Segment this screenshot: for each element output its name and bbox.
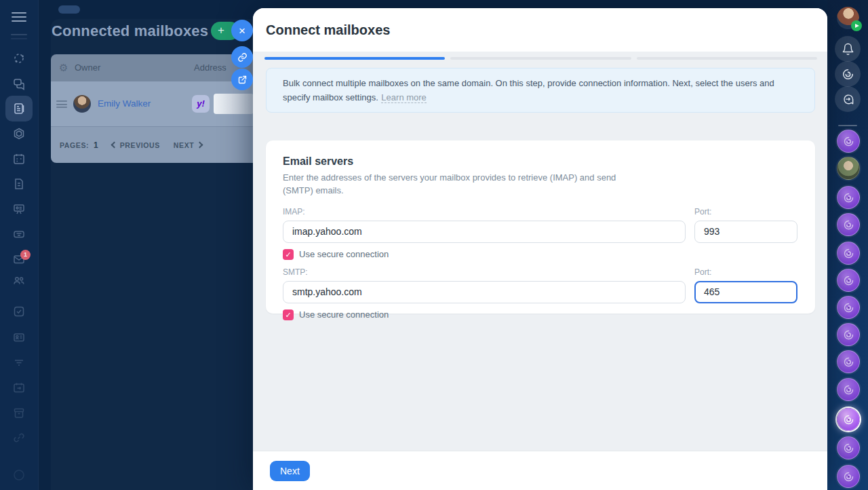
sidebar-item-mailboxes-icon[interactable] xyxy=(12,102,26,115)
workspace-item[interactable] xyxy=(837,186,860,209)
imap-label: IMAP: xyxy=(283,207,686,216)
sidebar-divider xyxy=(11,34,27,35)
smtp-server-input[interactable] xyxy=(283,281,686,303)
smtp-secure-checkbox-row[interactable]: ✓ Use secure connection xyxy=(283,309,686,320)
topbar-pill xyxy=(58,5,80,14)
bell-icon xyxy=(842,43,854,56)
previous-page-button[interactable]: PREVIOUS xyxy=(112,141,160,149)
sidebar-item-orbit-icon[interactable] xyxy=(12,52,26,65)
imap-port-label: Port: xyxy=(694,207,797,216)
table-pagination: PAGES: 1 PREVIOUS NEXT xyxy=(51,126,254,163)
copy-link-button[interactable] xyxy=(231,46,253,68)
step-2-indicator xyxy=(450,57,631,60)
imap-secure-checkbox[interactable]: ✓ xyxy=(283,249,294,260)
workspace-item[interactable] xyxy=(837,296,860,319)
workspace-avatar[interactable] xyxy=(837,157,860,180)
table-row[interactable]: Emily Walker y! xyxy=(51,81,254,126)
column-header-owner: Owner xyxy=(75,62,100,73)
sidebar-item-archive-icon[interactable] xyxy=(12,406,26,419)
link-icon xyxy=(237,52,248,62)
sidebar-item-inbox-drawer-icon[interactable] xyxy=(12,227,26,241)
page-title: Connected mailboxes xyxy=(52,22,208,40)
open-external-button[interactable] xyxy=(231,69,253,90)
workspace-item[interactable] xyxy=(837,323,860,346)
right-sidebar xyxy=(827,0,868,490)
smtp-port-input[interactable] xyxy=(694,281,797,303)
page-number: 1 xyxy=(94,140,98,150)
info-banner: Bulk connect multiple mailboxes on the s… xyxy=(266,68,815,113)
step-1-indicator xyxy=(264,57,445,60)
sidebar-item-scheduler-icon[interactable] xyxy=(12,381,26,394)
table-settings-gear-icon[interactable]: ⚙ xyxy=(59,61,68,75)
owner-name-link[interactable]: Emily Walker xyxy=(98,98,151,109)
menu-hamburger-icon[interactable] xyxy=(12,12,26,23)
yahoo-provider-icon: y! xyxy=(192,95,210,113)
chevron-left-icon xyxy=(111,142,117,149)
sidebar-item-tasks-icon[interactable] xyxy=(12,305,26,318)
smtp-secure-label: Use secure connection xyxy=(299,309,389,320)
connect-mailboxes-modal: Connect mailboxes Bulk connect multiple … xyxy=(253,8,827,490)
next-button[interactable]: Next xyxy=(270,461,310,481)
imap-secure-checkbox-row[interactable]: ✓ Use secure connection xyxy=(283,249,686,260)
workspace-item[interactable] xyxy=(837,242,860,265)
workspace-item[interactable] xyxy=(837,465,860,488)
imap-secure-label: Use secure connection xyxy=(299,249,389,259)
play-status-badge xyxy=(851,20,862,31)
modal-close-button[interactable]: × xyxy=(231,20,253,41)
play-icon xyxy=(855,24,859,28)
sidebar-divider xyxy=(838,125,857,126)
workspace-item[interactable] xyxy=(837,436,860,459)
workspace-swirl-icon xyxy=(843,136,854,147)
owner-avatar xyxy=(73,95,91,113)
next-page-button[interactable]: NEXT xyxy=(174,141,202,149)
sidebar-item-help-icon[interactable] xyxy=(12,468,26,482)
chevron-right-icon xyxy=(197,142,203,149)
sidebar-divider xyxy=(11,38,27,39)
imap-server-input[interactable] xyxy=(283,221,686,243)
sidebar-item-calendar-icon[interactable] xyxy=(12,152,26,166)
modal-footer: Next xyxy=(253,451,827,490)
user-avatar[interactable] xyxy=(837,7,859,29)
sidebar-item-documents-icon[interactable] xyxy=(12,177,26,191)
close-icon: × xyxy=(239,25,245,37)
table-header: ⚙ Owner Address xyxy=(51,54,254,81)
mailboxes-table: ⚙ Owner Address Emily Walker y! PAGES: 1… xyxy=(51,54,254,163)
mail-unread-badge: 1 xyxy=(20,250,31,260)
sidebar-item-presentation-icon[interactable] xyxy=(12,202,26,216)
address-cell xyxy=(214,94,254,114)
app-window: 1 Connected mailboxes + ⚙ xyxy=(0,0,868,490)
workspace-item-active[interactable] xyxy=(837,408,860,431)
workspace-item[interactable] xyxy=(837,269,860,292)
row-drag-handle-icon[interactable] xyxy=(56,100,67,108)
sidebar-item-deals-icon[interactable] xyxy=(12,127,26,140)
workspace-item[interactable] xyxy=(837,213,860,236)
sidebar-item-filters-icon[interactable] xyxy=(12,356,26,369)
step-progress-bar xyxy=(264,57,817,60)
smtp-secure-checkbox[interactable]: ✓ xyxy=(283,309,294,320)
workspace-item[interactable] xyxy=(837,130,860,153)
modal-title: Connect mailboxes xyxy=(266,22,390,38)
external-link-icon xyxy=(237,75,248,85)
chat-sync-icon xyxy=(842,93,854,106)
sidebar-item-integrations-icon[interactable] xyxy=(12,431,26,445)
smtp-port-label: Port: xyxy=(694,267,797,277)
smtp-label: SMTP: xyxy=(283,267,686,277)
workspace-item[interactable] xyxy=(837,378,860,401)
sidebar-item-teams-icon[interactable] xyxy=(12,274,26,287)
sidebar-item-contact-card-icon[interactable] xyxy=(12,331,26,344)
chat-sync-button[interactable] xyxy=(835,86,861,112)
brand-swirl-button[interactable] xyxy=(835,61,861,87)
imap-port-input[interactable] xyxy=(694,221,797,243)
sidebar-item-conversations-icon[interactable] xyxy=(12,77,26,90)
notifications-button[interactable] xyxy=(835,36,861,62)
workspace-item[interactable] xyxy=(837,350,860,373)
column-header-address: Address xyxy=(194,62,226,73)
learn-more-link[interactable]: Learn more xyxy=(381,92,426,103)
step-3-indicator xyxy=(637,57,817,60)
modal-header: Connect mailboxes xyxy=(253,8,827,52)
brand-swirl-icon xyxy=(842,68,854,81)
email-servers-card: Email servers Enter the addresses of the… xyxy=(266,140,815,314)
card-heading: Email servers xyxy=(283,155,798,168)
pages-label: PAGES: xyxy=(60,141,89,149)
left-sidebar: 1 xyxy=(0,0,39,490)
